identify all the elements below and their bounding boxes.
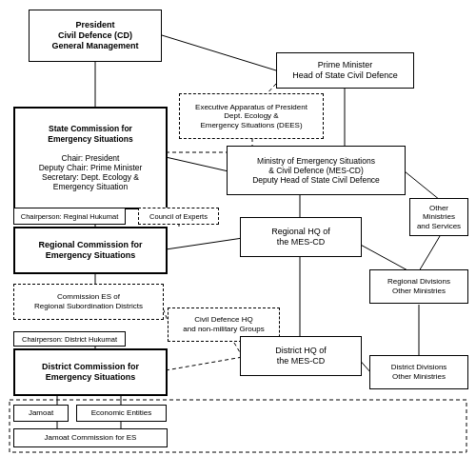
svg-line-6 (166, 157, 228, 171)
svg-line-9 (166, 238, 243, 249)
district-commission-box: District Commission forEmergency Situati… (13, 348, 168, 396)
jamoat-box: Jamoat (13, 405, 69, 422)
regional-hq-box: Regional HQ ofthe MES-CD (240, 217, 362, 257)
svg-line-23 (166, 357, 243, 370)
economic-entities-box: Economic Entities (76, 405, 167, 422)
state-commission-box: State Commission forEmergency Situations… (13, 107, 168, 209)
svg-line-0 (162, 35, 276, 70)
prime-minister-box: Prime MinisterHead of State Civil Defenc… (276, 52, 414, 89)
exec-apparatus-box: Executive Apparatus of PresidentDept. Ec… (179, 93, 324, 139)
other-ministries-top-box: Other Ministriesand Services (409, 198, 468, 236)
chairperson-regional-box: Chairperson: Reginal Hukumat (13, 208, 126, 225)
regional-commission-box: Regional Commission forEmergency Situati… (13, 227, 168, 274)
district-divisions-box: District DivisionsOther Ministries (369, 355, 468, 389)
svg-line-26 (419, 236, 440, 271)
council-experts-box: Council of Experts (138, 208, 219, 225)
regional-divisions-box: Regional DivisionsOther Ministries (369, 269, 468, 304)
svg-line-12 (357, 243, 409, 271)
svg-line-7 (405, 171, 440, 200)
district-hq-box: District HQ ofthe MES-CD (240, 336, 362, 376)
org-chart: PresidentCivil Defence (CD)General Manag… (0, 0, 476, 476)
jamoat-commission-box: Jamoat Commission for ES (13, 428, 168, 447)
president-box: PresidentCivil Defence (CD)General Manag… (29, 10, 162, 62)
chairperson-district-box: Chairperson: District Hukumat (13, 331, 126, 347)
ministry-box: Ministry of Emergency Situations& Civil … (227, 146, 406, 195)
commission-es-box: Commission ES ofRegional Subordination D… (13, 284, 164, 320)
